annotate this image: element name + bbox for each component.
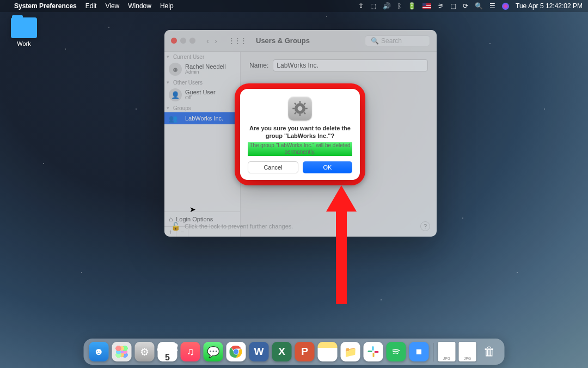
minimize-button[interactable]	[180, 38, 186, 44]
dock-excel[interactable]: X	[272, 342, 292, 361]
section-current-user: Current User	[164, 52, 240, 61]
delete-confirmation-dialog-wrap: Are you sure you want to delete the grou…	[240, 89, 360, 180]
group-icon: 👥	[169, 114, 182, 123]
cal-day: 5	[165, 353, 170, 362]
delete-confirmation-dialog: Are you sure you want to delete the grou…	[240, 89, 360, 180]
grid-icon[interactable]: ⋮⋮⋮	[228, 37, 246, 45]
menu-help[interactable]: Help	[160, 2, 174, 10]
lock-hint: Click the lock to prevent further change…	[185, 223, 293, 230]
name-label: Name:	[249, 62, 268, 69]
dock: ☻ ⚙ APR 5 ♫ 💬 W X P 📁 ■ JPG JPG 🗑	[84, 339, 505, 365]
volume-icon[interactable]: 🔊	[383, 2, 391, 10]
control-center-icon[interactable]: ☰	[489, 2, 495, 10]
dock-separator	[433, 343, 434, 361]
svg-line-7	[304, 113, 306, 114]
cursor-icon: ➤	[189, 205, 196, 214]
dock-launchpad[interactable]	[112, 342, 132, 361]
lock-row: 🔓 Click the lock to prevent further chan…	[171, 221, 430, 231]
dock-slack[interactable]	[364, 342, 383, 361]
sidebar-group-labworks[interactable]: 👥 LabWorks Inc.	[164, 112, 240, 124]
traffic-lights	[171, 38, 195, 44]
cal-month: APR	[156, 341, 178, 353]
svg-rect-16	[373, 353, 375, 357]
menu-view[interactable]: View	[105, 2, 119, 10]
bluetooth-icon[interactable]: ᛒ	[397, 2, 401, 10]
svg-rect-17	[375, 351, 379, 353]
input-flag-icon[interactable]	[422, 3, 431, 9]
menubar-right: ⇪ ⬚ 🔊 ᛒ 🔋 ⚞ ▢ ⟳ 🔍 ☰ Tue Apr 5 12:42:02 P…	[358, 2, 583, 10]
menu-window[interactable]: Window	[128, 2, 151, 10]
wifi-icon[interactable]: ⚞	[438, 2, 444, 10]
lock-icon[interactable]: 🔓	[171, 222, 180, 231]
name-field-row: Name:	[249, 59, 428, 71]
annotation-arrow	[325, 185, 358, 305]
section-other-users: Other Users	[164, 77, 240, 87]
dock-file-jpg-1[interactable]: JPG	[438, 342, 456, 361]
dock-trash[interactable]: 🗑	[480, 342, 499, 361]
spotlight-icon[interactable]: 🔍	[475, 2, 483, 10]
dock-notes[interactable]	[318, 342, 338, 361]
search-icon: 🔍	[371, 37, 379, 45]
zoom-button[interactable]	[189, 38, 195, 44]
svg-line-6	[295, 103, 296, 105]
dock-files[interactable]: 📁	[341, 342, 360, 361]
svg-point-1	[298, 106, 303, 111]
sync-icon[interactable]: ⟳	[463, 2, 468, 10]
dialog-title: Are you sure you want to delete the grou…	[248, 125, 352, 140]
sidebar-guest-user[interactable]: 👤 Guest User Off	[164, 87, 240, 103]
titlebar: ‹ › ⋮⋮⋮ Users & Groups 🔍 Search	[164, 30, 437, 52]
avatar-icon: ☻	[169, 63, 182, 76]
close-button[interactable]	[171, 38, 177, 44]
user-role: Admin	[185, 70, 226, 75]
dock-messages[interactable]: 💬	[204, 342, 223, 361]
dock-spotify[interactable]	[387, 342, 406, 361]
dock-word[interactable]: W	[249, 342, 269, 361]
group-name: LabWorks Inc.	[185, 115, 223, 122]
battery-icon[interactable]: 🔋	[408, 2, 416, 10]
syspref-app-icon	[288, 96, 312, 120]
user-role: Off	[185, 95, 216, 101]
section-groups: Groups	[164, 103, 240, 112]
cancel-button[interactable]: Cancel	[248, 161, 298, 173]
search-placeholder: Search	[381, 37, 402, 45]
nav-buttons: ‹ ›	[204, 36, 219, 45]
menubar-left: System Preferences Edit View Window Help	[5, 2, 174, 10]
dock-finder[interactable]: ☻	[89, 342, 109, 361]
desktop-folder-work[interactable]: Work	[7, 17, 41, 47]
ok-button[interactable]: OK	[303, 161, 352, 173]
search-field[interactable]: 🔍 Search	[365, 35, 430, 46]
dock-calendar[interactable]: APR 5	[158, 342, 177, 361]
airplay-icon[interactable]: ▢	[450, 2, 456, 10]
avatar-icon: 👤	[169, 88, 182, 101]
dialog-message: The group "LabWorks Inc." will be delete…	[248, 142, 352, 156]
svg-rect-14	[372, 346, 374, 351]
folder-label: Work	[7, 40, 41, 47]
window-title: Users & Groups	[256, 37, 310, 45]
menu-edit[interactable]: Edit	[85, 2, 97, 10]
sidebar: Current User ☻ Rachel Needell Admin Othe…	[164, 52, 241, 237]
app-name[interactable]: System Preferences	[14, 2, 77, 10]
svg-line-9	[304, 103, 306, 105]
sidebar-current-user[interactable]: ☻ Rachel Needell Admin	[164, 61, 240, 77]
svg-marker-10	[326, 185, 357, 304]
back-button[interactable]: ‹	[204, 36, 211, 45]
menubar: System Preferences Edit View Window Help…	[0, 0, 588, 12]
dock-chrome[interactable]	[226, 342, 246, 361]
dropbox-icon[interactable]: ⇪	[358, 2, 364, 10]
dock-powerpoint[interactable]: P	[295, 342, 315, 361]
siri-icon[interactable]	[502, 3, 509, 10]
clock[interactable]: Tue Apr 5 12:42:02 PM	[516, 2, 583, 10]
svg-rect-15	[368, 351, 372, 352]
forward-button[interactable]: ›	[212, 36, 219, 45]
help-button[interactable]: ?	[420, 221, 430, 231]
folder-icon	[11, 17, 37, 38]
dock-music[interactable]: ♫	[181, 342, 200, 361]
dock-file-jpg-2[interactable]: JPG	[459, 342, 476, 361]
name-input[interactable]	[273, 59, 428, 71]
svg-line-8	[295, 113, 296, 114]
dock-zoom[interactable]: ■	[409, 342, 429, 361]
package-icon[interactable]: ⬚	[370, 2, 376, 10]
dock-system-settings[interactable]: ⚙	[135, 342, 155, 361]
dialog-buttons: Cancel OK	[248, 161, 352, 173]
